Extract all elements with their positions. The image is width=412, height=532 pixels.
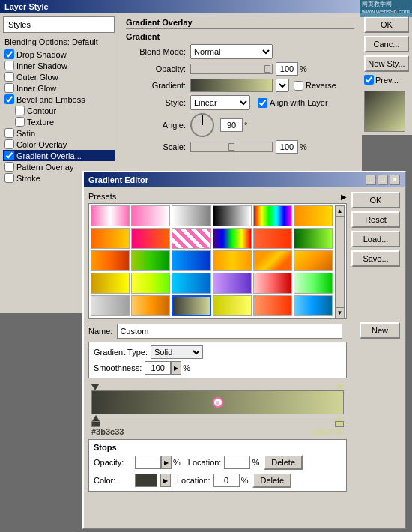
- opacity-input[interactable]: [276, 62, 298, 76]
- gradient-midpoint[interactable]: [213, 397, 223, 408]
- opacity-stop-right[interactable]: [336, 384, 344, 390]
- satin-checkbox[interactable]: [4, 128, 14, 138]
- style-item-texture[interactable]: Texture: [3, 116, 115, 127]
- bevel-checkbox[interactable]: [4, 94, 14, 104]
- scale-input[interactable]: [276, 140, 298, 154]
- gradient-new-button[interactable]: New: [360, 322, 400, 339]
- preset-28[interactable]: [213, 295, 252, 316]
- style-item-color-overlay[interactable]: Color Overlay: [3, 139, 115, 150]
- preset-5[interactable]: [253, 205, 292, 226]
- preset-8[interactable]: [131, 228, 170, 249]
- contour-checkbox[interactable]: [15, 106, 25, 115]
- gradient-bar[interactable]: [91, 390, 344, 414]
- preset-29[interactable]: [253, 295, 292, 316]
- preset-12[interactable]: [294, 228, 333, 249]
- angle-input[interactable]: [220, 118, 243, 132]
- presets-arrow-icon[interactable]: ▶: [341, 193, 347, 201]
- color-stop-right[interactable]: [335, 415, 344, 427]
- preset-16[interactable]: [213, 250, 252, 271]
- opacity-stop-left[interactable]: [91, 384, 99, 390]
- preset-9[interactable]: [172, 228, 210, 249]
- preview-checkbox[interactable]: [364, 75, 374, 85]
- inner-shadow-checkbox[interactable]: [4, 61, 14, 70]
- preset-19[interactable]: [91, 273, 130, 294]
- style-item-gradient-overlay[interactable]: Gradient Overla...: [3, 150, 115, 161]
- preset-custom[interactable]: [172, 295, 210, 316]
- scroll-up-button[interactable]: ▲: [336, 206, 344, 217]
- stops-location-input1[interactable]: [224, 456, 250, 469]
- preset-22[interactable]: [213, 273, 252, 294]
- style-item-contour[interactable]: Contour: [3, 105, 115, 116]
- color-stop-left[interactable]: [91, 415, 100, 427]
- preset-18[interactable]: [294, 250, 333, 271]
- preset-11[interactable]: [253, 228, 292, 249]
- style-item-inner-glow[interactable]: Inner Glow: [3, 82, 115, 94]
- style-item-outer-glow[interactable]: Outer Glow: [3, 71, 115, 82]
- preset-23[interactable]: [253, 273, 292, 294]
- preset-20[interactable]: [131, 273, 170, 294]
- drop-shadow-checkbox[interactable]: [4, 49, 14, 59]
- ge-reset-button[interactable]: Reset: [351, 211, 400, 228]
- presets-scrollbar[interactable]: ▲ ▼: [335, 205, 345, 318]
- ge-save-button[interactable]: Save...: [351, 250, 400, 267]
- stops-delete-button2[interactable]: Delete: [252, 473, 291, 488]
- scroll-down-button[interactable]: ▼: [336, 307, 344, 318]
- preset-2[interactable]: [131, 205, 170, 226]
- inner-glow-checkbox[interactable]: [4, 83, 14, 93]
- stops-color-location-input[interactable]: [213, 474, 240, 487]
- preset-13[interactable]: [91, 250, 130, 271]
- preset-14[interactable]: [131, 250, 170, 271]
- preset-1[interactable]: [91, 205, 130, 226]
- minimize-button[interactable]: _: [366, 175, 376, 185]
- ok-button[interactable]: OK: [364, 16, 409, 33]
- pattern-overlay-checkbox[interactable]: [4, 162, 14, 172]
- angle-dial[interactable]: [190, 113, 214, 137]
- stops-opacity-arrow[interactable]: ▶: [161, 456, 172, 469]
- gradient-type-select[interactable]: Solid: [151, 345, 203, 359]
- smoothness-input[interactable]: [145, 361, 171, 375]
- preset-6[interactable]: [294, 205, 333, 226]
- style-select[interactable]: Linear: [190, 95, 250, 110]
- reverse-checkbox[interactable]: [294, 81, 303, 91]
- preset-25[interactable]: [91, 295, 130, 316]
- stops-color-swatch[interactable]: [135, 474, 157, 487]
- blending-options-item[interactable]: Blending Options: Default: [0, 36, 118, 48]
- style-item-bevel[interactable]: Bevel and Emboss: [3, 94, 115, 105]
- preset-3[interactable]: [172, 205, 210, 226]
- gradient-overlay-checkbox[interactable]: [4, 151, 14, 160]
- ge-load-button[interactable]: Load...: [351, 231, 400, 247]
- stroke-checkbox[interactable]: [4, 173, 14, 183]
- style-item-satin[interactable]: Satin: [3, 127, 115, 139]
- style-item-inner-shadow[interactable]: Inner Shadow: [3, 60, 115, 71]
- stops-opacity-input[interactable]: [135, 456, 161, 469]
- gradient-preview[interactable]: [190, 79, 273, 92]
- maximize-button[interactable]: □: [378, 175, 388, 185]
- blend-mode-select[interactable]: Normal: [190, 44, 273, 59]
- styles-header[interactable]: Styles: [3, 16, 115, 33]
- color-overlay-checkbox[interactable]: [4, 139, 14, 149]
- preset-15[interactable]: [172, 250, 210, 271]
- outer-glow-checkbox[interactable]: [4, 72, 14, 82]
- preset-17[interactable]: [253, 250, 292, 271]
- preset-30[interactable]: [294, 295, 333, 316]
- gradient-name-input[interactable]: [117, 324, 342, 339]
- texture-checkbox[interactable]: [15, 117, 25, 127]
- style-item-drop-shadow[interactable]: Drop Shadow: [3, 49, 115, 60]
- preset-24[interactable]: [294, 273, 333, 294]
- new-style-button[interactable]: New Sty...: [364, 55, 409, 72]
- preset-7[interactable]: [91, 228, 130, 249]
- align-checkbox[interactable]: [258, 98, 267, 108]
- opacity-slider-track[interactable]: [190, 64, 273, 74]
- scale-slider-track[interactable]: [190, 142, 273, 152]
- close-icon[interactable]: ✕: [390, 175, 400, 185]
- preset-21[interactable]: [172, 273, 210, 294]
- preset-4[interactable]: [213, 205, 252, 226]
- color-arrow-btn[interactable]: ▶: [160, 474, 171, 487]
- ge-ok-button[interactable]: OK: [351, 192, 400, 208]
- smoothness-arrow[interactable]: ▶: [171, 361, 181, 375]
- gradient-arrow-select[interactable]: [276, 79, 289, 92]
- stops-delete-button1[interactable]: Delete: [264, 455, 303, 470]
- cancel-button[interactable]: Canc...: [364, 36, 409, 52]
- preset-10[interactable]: [213, 228, 252, 249]
- preset-26[interactable]: [131, 295, 170, 316]
